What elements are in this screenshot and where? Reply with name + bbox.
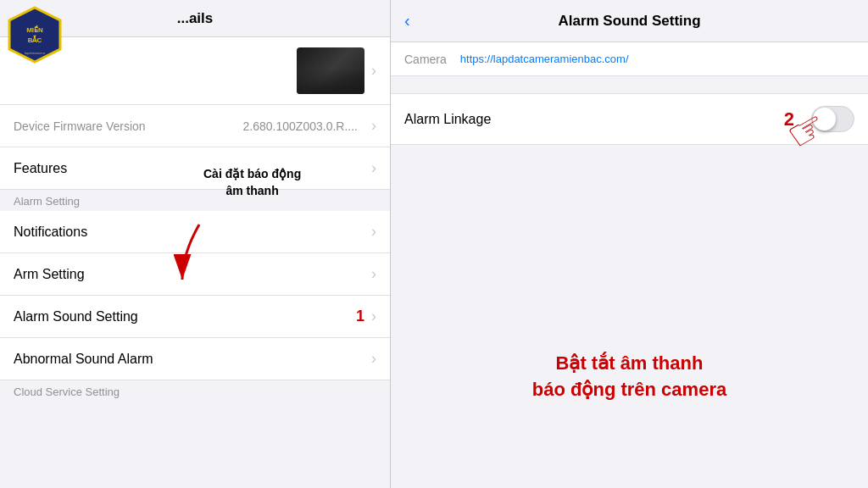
left-header-title: ...ails xyxy=(177,10,214,27)
features-chevron: › xyxy=(371,159,376,177)
left-panel: MIỀN BẮC lapdatcamera ...ails › Device F… xyxy=(0,0,391,488)
alarm-setting-section: Alarm Setting xyxy=(0,190,390,211)
alarm-linkage-toggle[interactable] xyxy=(811,106,854,132)
abnormal-sound-label: Abnormal Sound Alarm xyxy=(14,352,153,367)
alarm-setting-label: Alarm Setting xyxy=(14,195,80,208)
features-right: › xyxy=(364,159,376,177)
alarm-sound-chevron: › xyxy=(371,308,376,325)
camera-url: https://lapdatcameramienbac.com/ xyxy=(460,53,629,65)
alarm-sound-label: Alarm Sound Setting xyxy=(14,309,138,324)
thumbnail-chevron: › xyxy=(371,62,376,80)
back-button[interactable]: ‹ xyxy=(404,11,410,30)
svg-text:MIỀN: MIỀN xyxy=(26,25,43,34)
big-annotation-text: Bật tắt âm thanh báo động trên camera xyxy=(503,351,757,403)
abnormal-chevron: › xyxy=(371,350,376,368)
arm-setting-label: Arm Setting xyxy=(14,267,85,282)
arm-setting-item[interactable]: Arm Setting › xyxy=(0,253,390,296)
camera-label: Camera xyxy=(404,53,447,66)
firmware-label: Device Firmware Version xyxy=(14,119,146,133)
right-header: ‹ Alarm Sound Setting xyxy=(391,0,868,42)
alarm-sound-number: 1 xyxy=(356,308,364,325)
notifications-chevron: › xyxy=(371,223,376,241)
firmware-row: Device Firmware Version 2.680.100Z003.0.… xyxy=(0,105,390,147)
alarm-linkage-label: Alarm Linkage xyxy=(404,112,491,127)
big-annotation-line1: Bật tắt âm thanh xyxy=(556,352,704,374)
big-annotation: Bật tắt âm thanh báo động trên camera xyxy=(503,351,757,403)
svg-text:BẮC: BẮC xyxy=(28,35,42,44)
step-number-2: 2 xyxy=(784,108,794,130)
notifications-label: Notifications xyxy=(14,225,87,240)
right-panel: ‹ Alarm Sound Setting Camera https://lap… xyxy=(391,0,868,488)
alarm-sound-item[interactable]: Alarm Sound Setting 1 › xyxy=(0,296,390,338)
toggle-knob xyxy=(813,108,836,130)
svg-text:lapdatcamera: lapdatcamera xyxy=(25,51,46,55)
cloud-service-label: Cloud Service Setting xyxy=(14,385,120,398)
firmware-chevron: › xyxy=(371,117,376,135)
cloud-service-section: Cloud Service Setting xyxy=(0,380,390,402)
logo: MIỀN BẮC lapdatcamera xyxy=(5,5,64,64)
alarm-sound-right: 1 › xyxy=(349,308,376,325)
alarm-linkage-row: Alarm Linkage 2 xyxy=(391,93,868,145)
arm-setting-chevron: › xyxy=(371,265,376,283)
url-bar: Camera https://lapdatcameramienbac.com/ xyxy=(391,42,868,76)
firmware-value: 2.680.100Z003.0.R.... xyxy=(146,119,364,133)
alarm-linkage-controls: 2 xyxy=(784,106,854,132)
notifications-item[interactable]: Notifications › xyxy=(0,211,390,253)
features-item[interactable]: Features › xyxy=(0,147,390,190)
right-header-title: Alarm Sound Setting xyxy=(558,13,700,30)
big-annotation-line2: báo động trên camera xyxy=(532,379,726,400)
abnormal-sound-item[interactable]: Abnormal Sound Alarm › xyxy=(0,338,390,380)
camera-thumbnail xyxy=(297,47,364,94)
features-label: Features xyxy=(14,161,67,176)
